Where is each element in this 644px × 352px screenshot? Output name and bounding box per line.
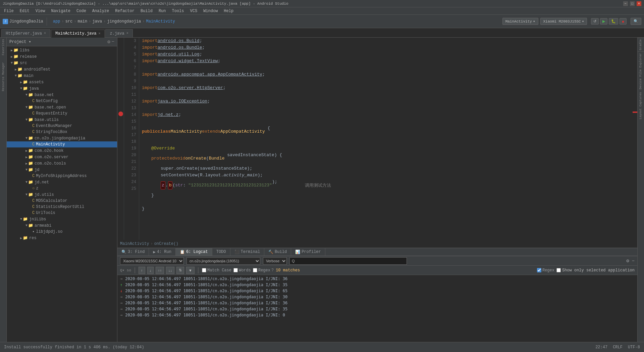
code-editor[interactable]: 3 4 5 6 7 8 9 10 11 12 13 14 15 16 17 18… bbox=[117, 38, 637, 240]
run-config-selector[interactable]: MainActivity ▾ bbox=[502, 18, 538, 25]
minimize-button[interactable]: − bbox=[623, 1, 628, 6]
tree-res[interactable]: ▶ 📁 res bbox=[7, 235, 117, 241]
sync-button[interactable]: ↺ bbox=[591, 18, 599, 25]
logcat-content[interactable]: → 2020-08-05 12:04:56.497 18051-18051/cn… bbox=[117, 275, 637, 342]
menu-vcs[interactable]: VCS bbox=[187, 8, 200, 14]
tree-md5[interactable]: C MD5Calculator bbox=[7, 198, 117, 204]
logcat-settings-icon[interactable]: ⚙ bbox=[626, 258, 629, 264]
log-level-selector[interactable]: Verbose bbox=[263, 257, 287, 265]
tree-basenetopen[interactable]: ▼ 📁 base.net.open bbox=[7, 104, 117, 111]
tree-assets[interactable]: ▶ 📁 assets bbox=[7, 79, 117, 85]
menu-code[interactable]: Code bbox=[74, 8, 89, 14]
tree-como2otools[interactable]: ▶ 📁 com.o2o.tools bbox=[7, 160, 117, 167]
tree-como2ohook[interactable]: ▶ 📁 com.o2o.hook bbox=[7, 147, 117, 154]
next-match-button[interactable]: ↓ bbox=[147, 267, 154, 274]
logcat-close-icon[interactable]: − bbox=[632, 258, 635, 264]
tree-z[interactable]: ○ z bbox=[7, 185, 117, 191]
tree-mainactivity[interactable]: C MainActivity bbox=[7, 141, 117, 147]
regex2-checkbox[interactable] bbox=[537, 268, 541, 272]
words-checkbox[interactable] bbox=[233, 268, 238, 272]
tree-cno2o[interactable]: ▼ 📁 cn.o2o.jingdongdaojia bbox=[7, 135, 117, 141]
stop-button[interactable]: ■ bbox=[620, 18, 627, 25]
bottom-tab-find[interactable]: 🔍 3: Find bbox=[117, 248, 149, 256]
tree-myinfo[interactable]: C MyInfoShippingAddress bbox=[7, 173, 117, 179]
logcat-search-input[interactable] bbox=[289, 257, 407, 265]
tree-armeabi[interactable]: ▼ 📁 armeabi bbox=[7, 222, 117, 229]
regex-checkbox[interactable] bbox=[253, 268, 257, 272]
filter-down-button[interactable]: ↓↓ bbox=[166, 267, 174, 274]
bottom-tab-run[interactable]: ▶ 4: Run bbox=[149, 248, 175, 256]
tree-jdutils[interactable]: ▼ 📁 jd.utils bbox=[7, 191, 117, 198]
tree-stringtoolbox[interactable]: C StringToolBox bbox=[7, 129, 117, 135]
bottom-tab-logcat[interactable]: 📋 6: Logcat bbox=[176, 248, 212, 256]
menu-window[interactable]: Window bbox=[201, 8, 220, 14]
device-file-explorer-tab[interactable]: Device File Explorer bbox=[638, 51, 644, 91]
menu-analyze[interactable]: Analyze bbox=[90, 8, 112, 14]
menu-build[interactable]: Build bbox=[138, 8, 155, 14]
tree-jdnet[interactable]: ▼ 📁 jd.net bbox=[7, 179, 117, 185]
regex-checkbox-label[interactable]: Regex ? bbox=[253, 268, 274, 273]
layout-captures-tab[interactable]: Layout Captures bbox=[638, 91, 644, 121]
menu-refactor[interactable]: Refactor bbox=[112, 8, 137, 14]
tree-main[interactable]: ▼ 📁 main bbox=[7, 73, 117, 79]
menu-help[interactable]: Help bbox=[221, 8, 236, 14]
bottom-tab-profiler[interactable]: 📊 Profiler bbox=[291, 248, 325, 256]
filter-toggle-button[interactable]: ⇅ bbox=[176, 267, 184, 274]
regex2-checkbox-label[interactable]: Regex bbox=[537, 268, 554, 273]
filter-up-button[interactable]: ↑↑ bbox=[156, 267, 164, 274]
tree-como2oserver[interactable]: ▶ 📁 com.o2o.server bbox=[7, 154, 117, 160]
project-panel-minimize[interactable]: − bbox=[112, 39, 114, 45]
selected-app-checkbox[interactable] bbox=[556, 268, 561, 272]
tree-libs[interactable]: ▶ 📁 libs bbox=[7, 47, 117, 53]
resource-manager-tab[interactable]: Resource Manager bbox=[2, 62, 5, 91]
code-content[interactable]: import android.os.Build; import android.… bbox=[139, 38, 633, 240]
favorites-tab[interactable]: Favorites bbox=[2, 39, 5, 55]
tree-urltools[interactable]: C UrlTools bbox=[7, 210, 117, 216]
tree-baseutils[interactable]: ▼ 📁 base.utils bbox=[7, 117, 117, 123]
device-selector[interactable]: Xiaomi M2003J15SC ▾ bbox=[540, 18, 587, 25]
tab-mainactivity[interactable]: MainActivity.java × bbox=[51, 30, 105, 38]
breadcrumb-class[interactable]: MainActivity bbox=[120, 241, 149, 246]
tree-jd[interactable]: ▼ 📁 jd bbox=[7, 167, 117, 173]
filter-funnel-button[interactable]: ▼ bbox=[186, 267, 195, 274]
tree-jnilibs[interactable]: ▼ 📁 jniLibs bbox=[7, 216, 117, 222]
match-case-checkbox[interactable] bbox=[202, 268, 206, 272]
device-selector-logcat[interactable]: Xiaomi M2003J15SC Android 10 bbox=[120, 257, 184, 265]
search-everywhere-button[interactable]: 🔍 bbox=[631, 18, 641, 25]
project-panel-settings[interactable]: ⚙ bbox=[107, 39, 110, 45]
run-button[interactable]: ▶ bbox=[600, 18, 607, 25]
prev-match-button[interactable]: ↑ bbox=[139, 267, 145, 274]
bottom-tab-build[interactable]: 🔨 Build bbox=[264, 248, 291, 256]
tree-libjdpdj[interactable]: ▪ libjdpdj.so bbox=[7, 229, 117, 235]
tab-httpserver[interactable]: HttpServer.java × bbox=[1, 29, 50, 37]
tree-release[interactable]: ▶ 📁 release bbox=[7, 53, 117, 60]
tab-z-close[interactable]: × bbox=[126, 32, 128, 35]
bottom-tab-todo[interactable]: TODO bbox=[212, 248, 230, 256]
close-button[interactable]: × bbox=[637, 1, 641, 6]
tree-src[interactable]: ▼ 📁 src bbox=[7, 60, 117, 66]
match-case-checkbox-label[interactable]: Match Case bbox=[202, 268, 231, 273]
tree-requestentity[interactable]: C RequestEntity bbox=[7, 111, 117, 117]
tree-androidtest[interactable]: ▶ 📁 androidTest bbox=[7, 66, 117, 73]
breadcrumb-method[interactable]: onCreate() bbox=[154, 241, 178, 246]
tab-z[interactable]: z.java × bbox=[105, 29, 132, 37]
menu-run[interactable]: Run bbox=[156, 8, 169, 14]
menu-tools[interactable]: Tools bbox=[169, 8, 187, 14]
menu-view[interactable]: View bbox=[33, 8, 48, 14]
tree-netconfig[interactable]: C NetConfig bbox=[7, 98, 117, 104]
package-selector[interactable]: cn.o2o.jingdongdaojia (18051) bbox=[186, 257, 260, 265]
words-checkbox-label[interactable]: Words bbox=[233, 268, 251, 273]
selected-app-checkbox-label[interactable]: Show only selected application bbox=[556, 268, 635, 273]
tree-stats[interactable]: C StatisticsReportUtil bbox=[7, 204, 117, 210]
gradle-tab[interactable]: Gradle bbox=[638, 38, 644, 51]
project-selector[interactable]: J JingdongDaoJia bbox=[3, 19, 43, 24]
menu-edit[interactable]: Edit bbox=[17, 8, 32, 14]
bottom-tab-terminal[interactable]: ⬛ Terminal bbox=[230, 248, 265, 256]
tree-eventbus[interactable]: C EventBusManager bbox=[7, 123, 117, 129]
tree-basenet[interactable]: ▼ 📁 base.net bbox=[7, 92, 117, 98]
tab-mainactivity-close[interactable]: × bbox=[98, 32, 100, 36]
tab-httpserver-close[interactable]: × bbox=[44, 32, 46, 35]
maximize-button[interactable]: □ bbox=[630, 1, 635, 6]
tree-java[interactable]: ▼ 📁 java bbox=[7, 85, 117, 92]
debug-button[interactable]: 🐛 bbox=[609, 18, 618, 25]
